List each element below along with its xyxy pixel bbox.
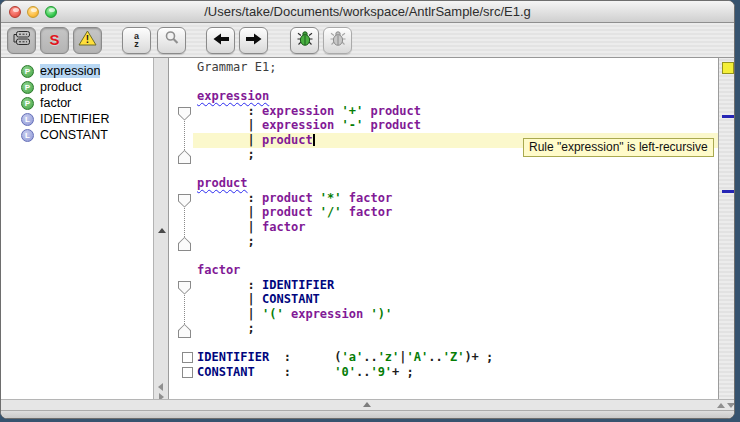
rule-list-item-product[interactable]: Pproduct	[1, 79, 153, 95]
rule-label: IDENTIFIER	[40, 112, 109, 126]
code-line: : product '*' factor	[169, 191, 718, 206]
code-segment: product	[262, 191, 313, 205]
code-segment: :	[197, 104, 262, 118]
scroll-up-icon[interactable]	[717, 403, 725, 408]
toolbar-debug-remote-button[interactable]	[323, 27, 352, 54]
arrow-left-icon	[213, 31, 229, 49]
svg-text:!: !	[86, 34, 89, 45]
rule-list-item-factor[interactable]: Pfactor	[1, 95, 153, 111]
code-segment: CONSTANT	[197, 365, 255, 379]
rule-label: CONSTANT	[40, 128, 108, 142]
code-segment: )+ ;	[464, 350, 493, 364]
code-line: CONSTANT : '0'..'9'+ ;	[169, 365, 718, 380]
code-segment	[313, 205, 320, 219]
code-segment: Grammar E1;	[197, 60, 276, 74]
scroll-down-icon[interactable]	[727, 403, 735, 408]
code-line: ;	[169, 321, 718, 336]
rules-list[interactable]: PexpressionPproductPfactorLIDENTIFIERLCO…	[1, 58, 153, 399]
code-segment: factor	[349, 191, 392, 205]
bug-gray-icon	[329, 30, 347, 51]
code-segment: :	[197, 191, 262, 205]
annotation-mark-expression[interactable]	[722, 115, 734, 118]
code-segment: factor	[197, 263, 240, 277]
code-segment: + ;	[392, 365, 414, 379]
warning-icon: !	[78, 30, 97, 50]
code-segment: |	[197, 133, 262, 147]
code-segment: |	[197, 292, 262, 306]
code-line: | factor	[169, 220, 718, 235]
rule-list-item-identifier[interactable]: LIDENTIFIER	[1, 111, 153, 127]
fold-box-marker[interactable]	[182, 352, 193, 363]
code-line: ;	[169, 234, 718, 249]
split-divider[interactable]	[153, 58, 169, 399]
code-line: | product '/' factor	[169, 205, 718, 220]
annotation-mark-product[interactable]	[722, 190, 734, 193]
code-segment: product	[262, 205, 313, 219]
expand-panel-icon[interactable]	[363, 402, 371, 407]
parser-rule-icon: P	[21, 81, 34, 94]
code-segment: '+'	[342, 104, 364, 118]
code-line: | expression '-' product	[169, 118, 718, 133]
toolbar-forward-button[interactable]	[239, 27, 268, 54]
code-segment: expression	[262, 104, 334, 118]
code-segment: '/'	[320, 205, 342, 219]
rule-label: factor	[40, 96, 71, 110]
code-segment: : (	[269, 350, 341, 364]
code-segment: ;	[197, 321, 255, 335]
code-segment	[334, 118, 341, 132]
window-footer	[1, 410, 734, 419]
code-segment: product	[197, 176, 248, 190]
toolbar-warnings-button[interactable]: !	[73, 27, 102, 54]
diagram-icon	[12, 30, 32, 50]
scroll-left-icon[interactable]	[158, 383, 163, 391]
fold-range-line	[184, 121, 185, 151]
code-segment: '9'	[370, 365, 392, 379]
toolbar-sort-rules-button[interactable]: az	[122, 27, 151, 54]
rule-label: expression	[40, 64, 100, 78]
code-line: product	[169, 176, 718, 191]
fold-box-marker[interactable]	[182, 367, 193, 378]
grammar-editor[interactable]: Grammar E1;expression : expression '+' p…	[169, 58, 718, 399]
fold-range-line	[184, 208, 185, 238]
sort-az-icon: az	[134, 32, 139, 48]
code-segment: IDENTIFIER	[197, 350, 269, 364]
magnifier-icon	[164, 30, 180, 50]
code-segment: expression	[197, 89, 269, 103]
toolbar-debug-button[interactable]	[290, 27, 319, 54]
toolbar-find-button[interactable]	[157, 27, 186, 54]
fold-range-line	[184, 295, 185, 325]
code-segment: |	[197, 205, 262, 219]
code-line: Grammar E1;	[169, 60, 718, 75]
annotation-status-box	[722, 62, 734, 74]
toolbar-back-button[interactable]	[206, 27, 235, 54]
toolbar-syntax-coloring-button[interactable]: S	[40, 27, 69, 54]
code-segment: IDENTIFIER	[262, 278, 334, 292]
code-segment: |	[197, 307, 262, 321]
rule-list-item-expression[interactable]: Pexpression	[1, 63, 153, 79]
lexer-rule-icon: L	[21, 113, 34, 126]
code-segment	[334, 104, 341, 118]
code-segment: expression	[262, 118, 334, 132]
s-icon: S	[49, 31, 59, 49]
divider-handle-icon[interactable]	[158, 228, 166, 233]
code-segment: ..	[428, 350, 442, 364]
toolbar-rules-diagram-button[interactable]	[7, 27, 36, 54]
main-content: PexpressionPproductPfactorLIDENTIFIERLCO…	[1, 58, 734, 399]
code-segment: '('	[262, 307, 284, 321]
bug-green-icon	[296, 30, 314, 51]
code-line: expression	[169, 89, 718, 104]
code-segment: :	[255, 365, 334, 379]
parser-rule-icon: P	[21, 97, 34, 110]
rule-list-item-constant[interactable]: LCONSTANT	[1, 127, 153, 143]
code-segment: 'z'	[378, 350, 400, 364]
bottom-bar	[1, 399, 734, 410]
code-segment: 'a'	[342, 350, 364, 364]
code-segment: ;	[197, 147, 255, 161]
code-segment: 'Z'	[443, 350, 465, 364]
code-line	[169, 75, 718, 90]
annotation-bar[interactable]	[718, 58, 735, 399]
title-bar[interactable]: /Users/take/Documents/workspace/AntlrSam…	[1, 1, 734, 23]
arrow-right-icon	[246, 31, 262, 49]
code-segment: 'A'	[407, 350, 429, 364]
code-segment: CONSTANT	[262, 292, 320, 306]
